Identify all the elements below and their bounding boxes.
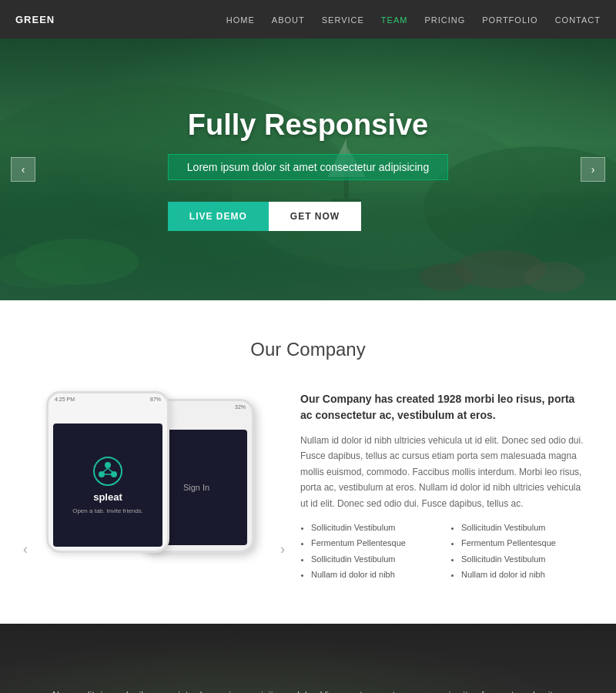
phone-carousel: ‹ 4:25 PM 87% (31, 391, 277, 568)
phone2-signin: Sign In (183, 483, 209, 492)
hero-buttons: LIVE DEMO GET NOW (168, 202, 448, 231)
navbar: GREEN HOME ABOUT SERVICE TEAM PRICING PO… (0, 0, 616, 38)
company-text: Our Company has created 1928 morbi leo r… (300, 391, 585, 585)
dark-text-line1: Nunc velit risus, dapibus non interdum q… (52, 690, 564, 693)
hero-title: Fully Responsive (168, 109, 448, 142)
carousel-prev-button[interactable]: ‹ (23, 541, 28, 557)
hero-next-button[interactable]: › (581, 157, 605, 182)
bullet-2-2: Fermentum Pellentesque (461, 537, 585, 549)
phone1-tagline: Open a tab. Invite friends. (72, 507, 143, 514)
bullet-1-3: Sollicitudin Vestibulum (311, 554, 435, 565)
dark-section-text: Nunc velit risus, dapibus non interdum q… (46, 687, 570, 693)
phone1-screen: spleat Open a tab. Invite friends. (53, 424, 162, 547)
svg-point-9 (524, 262, 585, 293)
hero-subtitle: Lorem ipsum dolor sit amet consectetur a… (168, 154, 448, 180)
phone1-status: 4:25 PM 87% (49, 393, 167, 402)
bullet-2-4: Nullam id dolor id nibh (461, 569, 585, 581)
live-demo-button[interactable]: LIVE DEMO (168, 202, 269, 231)
nav-links: HOME ABOUT SERVICE TEAM PRICING PORTFOLI… (226, 12, 601, 26)
phone1-app-name: spleat (93, 491, 122, 503)
company-content: ‹ 4:25 PM 87% (31, 391, 585, 585)
spleat-logo-icon (92, 456, 123, 487)
nav-item-pricing[interactable]: PRICING (424, 12, 465, 26)
bullet-1-1: Sollicitudin Vestibulum (311, 522, 435, 534)
nav-item-portfolio[interactable]: PORTFOLIO (482, 12, 537, 26)
hero-prev-button[interactable]: ‹ (11, 157, 35, 182)
nav-item-about[interactable]: ABOUT (272, 12, 305, 26)
carousel-next-button[interactable]: › (280, 541, 285, 557)
bullet-2-1: Sollicitudin Vestibulum (461, 522, 585, 534)
company-section-title: Our Company (31, 339, 585, 360)
nav-item-home[interactable]: HOME (226, 12, 255, 26)
hero-content: Fully Responsive Lorem ipsum dolor sit a… (168, 109, 448, 231)
nav-item-contact[interactable]: CONTACT (555, 12, 601, 26)
bullet-2-3: Sollicitudin Vestibulum (461, 554, 585, 565)
svg-line-17 (102, 468, 108, 473)
svg-point-10 (420, 263, 474, 291)
company-body: Nullam id dolor id nibh ultricies vehicu… (300, 433, 585, 511)
company-section: Our Company ‹ 4:25 PM 87% (0, 300, 616, 624)
bullet-col-2: Sollicitudin Vestibulum Fermentum Pellen… (450, 522, 585, 585)
company-heading: Our Company has created 1928 morbi leo r… (300, 391, 585, 424)
nav-item-team[interactable]: TEAM (381, 12, 408, 26)
bullet-lists: Sollicitudin Vestibulum Fermentum Pellen… (300, 522, 585, 585)
svg-point-14 (105, 462, 111, 468)
phone-1: 4:25 PM 87% spleat Open a ta (46, 391, 169, 553)
svg-line-18 (108, 468, 113, 473)
dark-section: Nunc velit risus, dapibus non interdum q… (0, 624, 616, 693)
dark-section-background (0, 624, 616, 693)
bullet-1-2: Fermentum Pellentesque (311, 537, 435, 549)
nav-item-service[interactable]: SERVICE (322, 12, 364, 26)
bullet-col-1: Sollicitudin Vestibulum Fermentum Pellen… (300, 522, 435, 585)
hero-section: ‹ Fully Responsive Lorem ipsum dolor sit… (0, 38, 616, 300)
get-now-button[interactable]: GET NOW (269, 202, 361, 231)
svg-point-13 (94, 457, 122, 485)
bullet-1-4: Nullam id dolor id nibh (311, 569, 435, 581)
nav-logo: GREEN (15, 14, 55, 25)
